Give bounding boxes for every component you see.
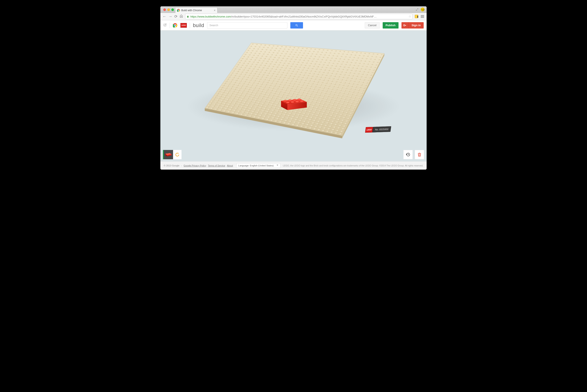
- red-brick-2x4[interactable]: [279, 97, 308, 110]
- svg-point-2: [178, 10, 179, 11]
- svg-point-500: [268, 80, 270, 81]
- tab-close-icon[interactable]: ×: [214, 9, 216, 12]
- chrome-menu-icon[interactable]: [420, 15, 424, 18]
- svg-point-808: [340, 114, 343, 115]
- svg-point-1001: [336, 130, 339, 131]
- svg-point-841: [343, 117, 346, 118]
- svg-point-161: [338, 61, 340, 62]
- about-link[interactable]: About: [227, 164, 233, 167]
- svg-point-579: [328, 93, 331, 94]
- svg-point-746: [351, 110, 354, 112]
- svg-point-520: [352, 91, 355, 92]
- address-bar[interactable]: https ://www.buildwithchrome.com /m/buil…: [185, 14, 413, 19]
- svg-point-286: [320, 69, 322, 70]
- svg-point-210: [272, 59, 274, 60]
- svg-point-914: [240, 106, 243, 108]
- home-button[interactable]: [180, 14, 183, 19]
- google-plus-icon: [403, 24, 406, 27]
- svg-point-197: [353, 65, 355, 66]
- svg-point-596: [264, 86, 266, 88]
- svg-point-96: [336, 56, 338, 56]
- svg-point-876: [216, 100, 219, 101]
- svg-point-835: [317, 113, 320, 114]
- minimize-window-icon[interactable]: [167, 8, 170, 11]
- lego-baseplate[interactable]: [198, 39, 389, 140]
- svg-point-843: [214, 97, 216, 98]
- svg-point-813: [224, 96, 226, 98]
- build-canvas[interactable]: LEGO No. 8325950: [160, 30, 427, 161]
- svg-point-618: [357, 100, 359, 102]
- zoom-window-icon[interactable]: [171, 8, 174, 11]
- svg-point-267: [240, 60, 242, 61]
- svg-point-398: [247, 70, 249, 71]
- svg-point-951: [261, 113, 263, 114]
- svg-point-531: [262, 81, 264, 82]
- svg-point-811: [215, 95, 218, 96]
- svg-point-137: [372, 62, 374, 62]
- svg-point-653: [231, 86, 233, 87]
- divider: [190, 22, 190, 28]
- search-input[interactable]: [207, 22, 287, 28]
- svg-point-352: [325, 74, 328, 76]
- svg-point-937: [339, 125, 342, 126]
- delete-button[interactable]: [415, 150, 424, 159]
- svg-point-530: [258, 80, 260, 82]
- fullscreen-icon[interactable]: [416, 8, 419, 11]
- svg-point-855: [265, 106, 268, 107]
- svg-point-838: [330, 115, 333, 116]
- svg-point-989: [285, 120, 288, 122]
- svg-point-537: [287, 85, 290, 86]
- svg-point-55: [300, 50, 302, 51]
- svg-point-262: [355, 70, 356, 71]
- svg-point-581: [337, 94, 339, 96]
- bookmark-star-icon[interactable]: ☆: [408, 14, 411, 18]
- cancel-button[interactable]: Cancel: [365, 22, 379, 28]
- google-plus-button[interactable]: [401, 22, 409, 28]
- svg-point-1019: [275, 120, 278, 122]
- svg-point-337: [262, 67, 264, 68]
- svg-point-586: [358, 98, 360, 99]
- terms-link[interactable]: Terms of Service: [208, 164, 225, 167]
- svg-point-635: [292, 93, 294, 94]
- publish-button[interactable]: Publish: [383, 22, 398, 28]
- privacy-link[interactable]: Google Privacy Policy: [184, 164, 206, 167]
- tab-title: Build with Chrome: [181, 9, 202, 12]
- svg-point-1014: [253, 116, 256, 118]
- svg-point-612: [331, 96, 333, 98]
- svg-point-13: [260, 44, 262, 45]
- undo-history-button[interactable]: [403, 150, 413, 159]
- back-button[interactable]: ←: [163, 14, 166, 19]
- search-button[interactable]: [290, 22, 303, 28]
- signin-button[interactable]: Sign in: [409, 22, 424, 28]
- current-brick-button[interactable]: [164, 150, 173, 159]
- svg-point-254: [321, 66, 323, 68]
- svg-point-86: [295, 52, 296, 52]
- svg-point-944: [231, 107, 233, 108]
- rotate-brick-button[interactable]: [173, 150, 182, 159]
- smiley-extension-icon[interactable]: [421, 8, 424, 12]
- svg-point-751: [235, 94, 238, 95]
- browser-tab[interactable]: Build with Chrome ×: [175, 8, 217, 13]
- svg-point-505: [289, 82, 291, 84]
- svg-point-602: [289, 90, 291, 91]
- svg-point-639: [309, 96, 311, 97]
- lastpass-extension-icon[interactable]: [415, 15, 418, 18]
- svg-point-123: [314, 56, 316, 57]
- svg-point-969: [338, 127, 340, 129]
- svg-point-927: [296, 117, 299, 118]
- svg-point-355: [338, 76, 340, 77]
- svg-point-578: [324, 93, 326, 94]
- svg-point-898: [310, 117, 313, 118]
- svg-point-29: [327, 50, 328, 51]
- language-selector[interactable]: Language: English (United States): [235, 163, 280, 168]
- reload-button[interactable]: ⟳: [174, 14, 178, 19]
- svg-point-244: [279, 62, 281, 63]
- popout-icon[interactable]: [163, 23, 167, 28]
- svg-point-577: [320, 92, 322, 93]
- forward-button[interactable]: →: [168, 14, 172, 19]
- svg-point-73: [375, 56, 377, 57]
- separator: -: [181, 164, 182, 167]
- close-window-icon[interactable]: [163, 8, 166, 11]
- svg-point-59: [317, 51, 319, 52]
- svg-line-7: [297, 26, 298, 26]
